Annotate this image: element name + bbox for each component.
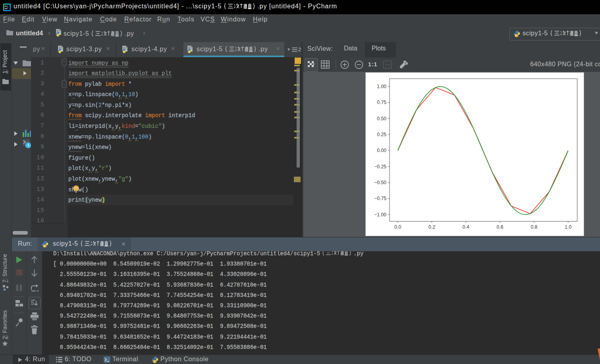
svg-text:1.00: 1.00: [377, 84, 386, 89]
svg-text:0.0: 0.0: [394, 224, 401, 230]
svg-text:0.00: 0.00: [377, 148, 386, 153]
svg-text:0.50: 0.50: [377, 116, 386, 121]
svg-text:−1.00: −1.00: [374, 212, 386, 218]
svg-text:0.6: 0.6: [497, 224, 504, 230]
svg-text:−0.25: −0.25: [374, 164, 386, 169]
svg-text:1.0: 1.0: [565, 224, 571, 230]
svg-text:−0.50: −0.50: [374, 180, 386, 185]
svg-text:0.8: 0.8: [531, 224, 537, 230]
svg-text:0.2: 0.2: [428, 224, 435, 230]
svg-text:0.4: 0.4: [463, 224, 469, 230]
svg-text:0.75: 0.75: [377, 100, 386, 105]
svg-text:−0.75: −0.75: [374, 196, 386, 201]
svg-text:0.25: 0.25: [377, 132, 386, 137]
svg-text:PC: PC: [5, 5, 8, 8]
